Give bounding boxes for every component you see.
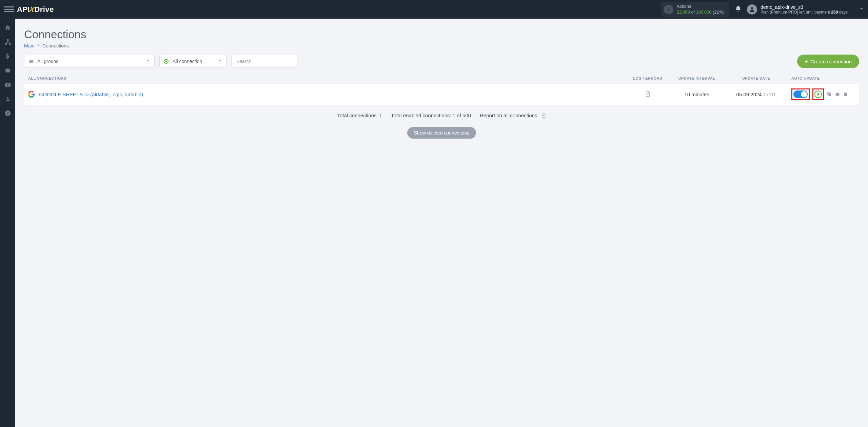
sidebar-item-tools[interactable] — [0, 63, 15, 78]
table-row: GOOGLE SHEETS -> (airtable, logic, airta… — [24, 84, 859, 105]
col-header-date: UPDATE DATE — [722, 76, 790, 80]
chevron-down-icon[interactable] — [859, 6, 864, 13]
cell-interval: 10 minutes — [671, 92, 722, 97]
logo[interactable]: APIXDrive — [17, 5, 54, 14]
status-select[interactable]: All connection — [159, 55, 226, 68]
gear-icon[interactable] — [835, 92, 840, 97]
groups-select[interactable]: All groups — [24, 55, 155, 68]
col-header-auto: AUTO UPDATE — [790, 76, 858, 80]
show-deleted-button[interactable]: Show deleted connections — [407, 127, 476, 139]
sidebar-item-account[interactable] — [0, 92, 15, 106]
total-connections: Total connections: 1 — [337, 113, 382, 118]
svg-rect-1 — [7, 39, 8, 41]
breadcrumb-current: Connections — [42, 43, 69, 48]
actions-label: Actions: — [677, 4, 725, 9]
summary-row: Total connections: 1 Total enabled conne… — [24, 112, 859, 118]
actions-counter[interactable]: i Actions: 22'060 of 100'000 (22%) — [661, 2, 729, 17]
svg-rect-3 — [9, 43, 11, 45]
plus-icon: + — [805, 58, 808, 64]
sidebar-item-video[interactable] — [0, 78, 15, 92]
folder-icon — [28, 59, 34, 64]
trash-icon[interactable] — [843, 92, 848, 97]
breadcrumb-main[interactable]: Main — [24, 43, 34, 48]
svg-rect-2 — [5, 43, 6, 45]
user-plan: Plan |Premium PRO| left until payment 26… — [761, 10, 848, 15]
svg-rect-7 — [828, 93, 831, 96]
col-header-name: ALL CONNECTIONS — [28, 76, 624, 80]
chevron-down-icon — [146, 59, 150, 64]
copy-icon[interactable] — [827, 92, 832, 97]
search-input[interactable] — [231, 55, 297, 68]
col-header-interval: UPDATE INTERVAL — [671, 76, 722, 80]
page-title: Connections — [24, 28, 859, 41]
table-header: ALL CONNECTIONS LOG / ERRORS UPDATE INTE… — [24, 73, 859, 84]
user-menu[interactable]: demo_apix-drive_s3 Plan |Premium PRO| le… — [747, 4, 848, 15]
report-link[interactable]: Report on all connections: — [480, 112, 546, 118]
highlight-box — [812, 88, 824, 100]
connection-link[interactable]: GOOGLE SHEETS -> (airtable, logic, airta… — [39, 92, 143, 97]
sidebar-item-home[interactable] — [0, 21, 15, 35]
log-icon[interactable] — [645, 93, 651, 98]
cell-date: 05.09.2024 17:01 — [722, 92, 790, 97]
google-icon — [28, 91, 35, 98]
svg-point-0 — [751, 7, 753, 9]
menu-hamburger-icon[interactable] — [4, 4, 14, 15]
svg-point-5 — [7, 97, 8, 99]
auto-update-toggle[interactable] — [793, 90, 808, 98]
play-circle-icon — [164, 59, 169, 64]
main-content: Connections Main / Connections All group… — [15, 19, 868, 427]
breadcrumb: Main / Connections — [24, 43, 859, 48]
col-header-log: LOG / ERRORS — [624, 76, 671, 80]
notifications-bell-icon[interactable] — [735, 5, 742, 14]
user-avatar-icon — [747, 4, 757, 15]
info-icon: i — [664, 5, 673, 14]
user-name: demo_apix-drive_s3 — [761, 4, 848, 10]
sidebar-item-help[interactable] — [0, 106, 15, 120]
chevron-down-icon — [218, 59, 222, 64]
sidebar-item-connections[interactable] — [0, 35, 15, 49]
create-connection-button[interactable]: + Create connection — [797, 55, 859, 68]
enabled-connections: Total enabled connections: 1 of 500 — [391, 113, 471, 118]
run-now-button[interactable] — [814, 90, 822, 98]
sidebar — [0, 19, 15, 427]
filters-row: All groups All connection + Create conne… — [24, 55, 859, 68]
top-bar: APIXDrive i Actions: 22'060 of 100'000 (… — [0, 0, 868, 19]
doc-icon — [541, 112, 546, 118]
sidebar-item-billing[interactable] — [0, 49, 15, 63]
highlight-box — [791, 88, 810, 100]
